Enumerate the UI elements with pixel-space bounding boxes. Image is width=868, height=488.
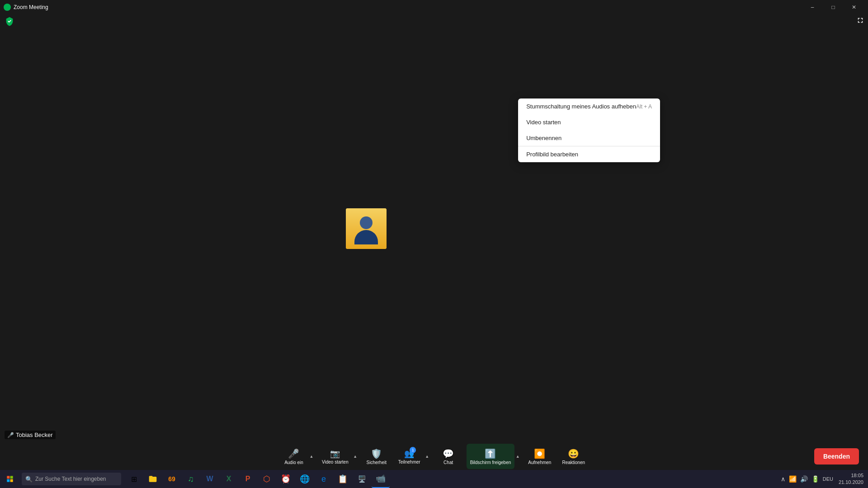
audio-arrow-button[interactable]: ▲ [308, 444, 315, 469]
reactions-label: Reaktionen [562, 460, 585, 465]
file-explorer-button[interactable] [144, 470, 162, 488]
audio-chevron-icon: ▲ [310, 454, 314, 459]
clock-app-button[interactable]: ⏰ [277, 470, 295, 488]
video-label: Video starten [322, 460, 349, 465]
participants-chevron-icon: ▲ [425, 454, 429, 459]
minimize-button[interactable]: – [802, 0, 823, 14]
reactions-button[interactable]: 😀 Reaktionen [558, 444, 589, 469]
title-bar: Zoom Meeting – □ ✕ [0, 0, 868, 14]
unmute-audio-menu-item[interactable]: Stummschaltung meines Audios aufheben Al… [518, 99, 660, 114]
desktop-button[interactable]: 🖥️ [353, 470, 371, 488]
record-icon: ⏺️ [534, 448, 545, 459]
mute-icon: 🎤 [7, 432, 14, 438]
chrome-button[interactable]: 🌐 [296, 470, 314, 488]
video-group: 📷 Video starten ▲ [318, 444, 359, 469]
security-label: Sicherheit [367, 460, 387, 465]
network-icon[interactable]: 📶 [789, 475, 797, 483]
share-screen-label: Bildschirm freigeben [470, 460, 511, 465]
edge-button[interactable]: e [315, 470, 333, 488]
meeting-toolbar: 🎤 Audio ein ▲ 📷 Video starten ▲ 🛡️ Siche… [0, 443, 868, 470]
user-video-tile[interactable] [346, 208, 387, 249]
shield-icon: 🛡️ [371, 448, 382, 459]
taskbar-apps: ⊞ 69 ♫ W X P ⬡ ⏰ 🌐 e 📋 🖥️ 📹 [125, 470, 390, 488]
audio-group: 🎤 Audio ein ▲ [279, 444, 315, 469]
share-chevron-icon: ▲ [516, 454, 520, 459]
chat-button[interactable]: 💬 Chat [434, 444, 463, 469]
app-icon [4, 4, 11, 11]
window-controls: – □ ✕ [802, 0, 864, 14]
microphone-muted-icon: 🎤 [288, 448, 299, 459]
participants-group: 👥1 Teilnehmer ▲ [395, 444, 430, 469]
record-button[interactable]: ⏺️ Aufnehmen [524, 444, 555, 469]
svg-rect-3 [10, 479, 13, 482]
edit-profile-menu-item[interactable]: Profilbild bearbeiten [518, 146, 660, 162]
video-chevron-icon: ▲ [353, 454, 357, 459]
start-button[interactable] [0, 470, 20, 488]
svg-rect-1 [10, 476, 13, 479]
taskbar-search[interactable]: 🔍 Zur Suche Text hier eingeben [22, 473, 121, 485]
user-name-label: 🎤 Tobias Becker [5, 431, 56, 439]
participants-count-badge: 1 [410, 447, 416, 453]
windows-taskbar: 🔍 Zur Suche Text hier eingeben ⊞ 69 ♫ W … [0, 470, 868, 488]
language-indicator: DEU [823, 476, 833, 482]
rename-label: Umbenennen [526, 135, 561, 141]
system-tray: ∧ 📶 🔊 🔋 DEU 18:05 21.10.2020 [781, 472, 868, 486]
powerpoint-button[interactable]: P [239, 470, 257, 488]
restore-button[interactable]: □ [823, 0, 844, 14]
unmute-audio-label: Stummschaltung meines Audios aufheben [526, 103, 636, 110]
video-button[interactable]: 📷 Video starten [318, 444, 352, 469]
audio-label: Audio ein [284, 460, 303, 465]
record-label: Aufnehmen [528, 460, 551, 465]
excel-button[interactable]: X [220, 470, 238, 488]
clock-time: 18:05 [839, 472, 863, 479]
search-icon: 🔍 [25, 476, 33, 483]
chat-icon: 💬 [443, 448, 454, 459]
start-video-label: Video starten [526, 119, 561, 126]
close-button[interactable]: ✕ [844, 0, 864, 14]
svg-rect-0 [7, 476, 9, 479]
app-6-button[interactable]: ⬡ [258, 470, 276, 488]
participants-arrow-button[interactable]: ▲ [424, 444, 430, 469]
context-menu: Stummschaltung meines Audios aufheben Al… [518, 99, 660, 162]
share-screen-button[interactable]: ⬆️ Bildschirm freigeben [467, 444, 515, 469]
svg-rect-2 [7, 479, 9, 482]
window-title: Zoom Meeting [14, 4, 802, 10]
end-meeting-button[interactable]: Beenden [814, 448, 859, 465]
edit-profile-label: Profilbild bearbeiten [526, 151, 578, 158]
tray-icons: ∧ 📶 🔊 🔋 DEU [781, 475, 833, 483]
main-video-area [0, 14, 868, 443]
security-button[interactable]: 🛡️ Sicherheit [362, 444, 391, 469]
participants-icon: 👥1 [404, 449, 414, 459]
chat-group: 💬 Chat [434, 444, 463, 469]
battery-icon[interactable]: 🔋 [811, 475, 819, 483]
taskbar-clock[interactable]: 18:05 21.10.2020 [839, 472, 866, 486]
avatar [346, 208, 387, 249]
participants-button[interactable]: 👥1 Teilnehmer [395, 444, 424, 469]
share-group: ⬆️ Bildschirm freigeben ▲ [467, 444, 521, 469]
app-extra-button[interactable]: 📋 [334, 470, 352, 488]
participants-label: Teilnehmer [398, 460, 420, 465]
security-group: 🛡️ Sicherheit [362, 444, 391, 469]
expand-icon[interactable] [856, 16, 864, 27]
unmute-shortcut: Alt + A [636, 103, 652, 110]
share-screen-icon: ⬆️ [485, 448, 496, 459]
spotify-button[interactable]: ♫ [182, 470, 200, 488]
app-69-button[interactable]: 69 [163, 470, 181, 488]
clock-date: 21.10.2020 [839, 479, 863, 486]
chat-label: Chat [443, 460, 453, 465]
volume-icon[interactable]: 🔊 [800, 475, 808, 483]
video-arrow-button[interactable]: ▲ [352, 444, 359, 469]
start-video-menu-item[interactable]: Video starten [518, 114, 660, 130]
tray-up-icon[interactable]: ∧ [781, 475, 785, 483]
shield-badge [5, 16, 14, 26]
audio-button[interactable]: 🎤 Audio ein [279, 444, 308, 469]
rename-menu-item[interactable]: Umbenennen [518, 130, 660, 146]
reactions-icon: 😀 [568, 448, 579, 459]
participant-name: Tobias Becker [16, 432, 53, 438]
word-button[interactable]: W [201, 470, 219, 488]
zoom-taskbar-button[interactable]: 📹 [372, 470, 390, 488]
task-view-button[interactable]: ⊞ [125, 470, 143, 488]
share-arrow-button[interactable]: ▲ [514, 444, 521, 469]
camera-off-icon: 📷 [330, 449, 340, 459]
search-placeholder: Zur Suche Text hier eingeben [35, 476, 106, 482]
